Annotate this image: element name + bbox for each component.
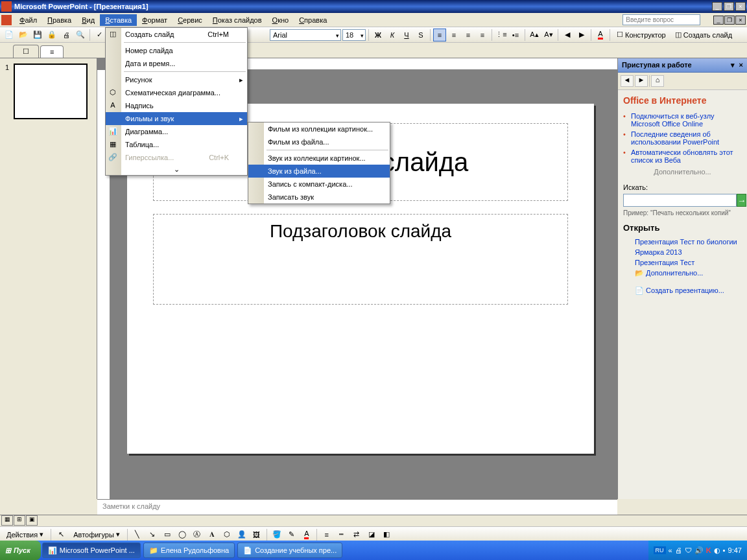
menu-файл[interactable]: Файл bbox=[14, 14, 42, 26]
submenu-item[interactable]: Фильм из коллекции картинок... bbox=[248, 122, 390, 135]
italic-button[interactable]: К bbox=[386, 29, 399, 41]
restore-button[interactable]: ❐ bbox=[724, 2, 734, 11]
save-button[interactable]: 💾 bbox=[31, 29, 44, 41]
menu-сервис[interactable]: Сервис bbox=[172, 14, 208, 26]
font-combo[interactable]: Arial bbox=[270, 29, 341, 41]
font-color-button[interactable]: A bbox=[594, 29, 607, 41]
menu-item[interactable]: Номер слайда bbox=[106, 44, 247, 57]
recent-file-2[interactable]: Ярмарка 2013 bbox=[623, 247, 742, 257]
search-input[interactable] bbox=[623, 194, 737, 207]
rectangle-button[interactable]: ▭ bbox=[161, 528, 174, 541]
menu-expand-icon[interactable]: ⌄ bbox=[106, 164, 247, 175]
doc-close-button[interactable]: × bbox=[735, 16, 746, 25]
submenu-item[interactable]: Записать звук bbox=[248, 191, 390, 204]
submenu-item[interactable]: Звук из файла... bbox=[248, 165, 390, 178]
create-presentation[interactable]: 📄 Создать презентацию... bbox=[623, 285, 742, 296]
shadow-button[interactable]: S bbox=[414, 29, 427, 41]
notes-pane[interactable]: Заметки к слайду bbox=[97, 499, 617, 515]
question-input[interactable]: Введите вопрос bbox=[622, 14, 700, 25]
app-icon[interactable] bbox=[1, 15, 12, 25]
font-size-combo[interactable]: 18 bbox=[342, 29, 366, 41]
recent-file-1[interactable]: Презентация Тест по биологии bbox=[623, 237, 742, 247]
oval-button[interactable]: ◯ bbox=[176, 528, 189, 541]
tab-slides[interactable]: ☐ bbox=[13, 45, 39, 58]
task-pane-close-icon[interactable]: ▾ × bbox=[731, 61, 743, 69]
submenu-item[interactable]: Звук из коллекции картинок... bbox=[248, 152, 390, 165]
bullets-button[interactable]: •≡ bbox=[509, 29, 522, 41]
nav-forward-button[interactable]: ► bbox=[635, 75, 648, 87]
increase-font-button[interactable]: A▴ bbox=[528, 29, 541, 41]
fill-color-button[interactable]: 🪣 bbox=[270, 528, 283, 541]
start-button[interactable]: ⊞ Пуск bbox=[0, 541, 41, 560]
tray-clock[interactable]: 9:47 bbox=[728, 546, 742, 554]
link-auto-update[interactable]: Автоматически обновлять этот список из В… bbox=[623, 147, 742, 165]
minimize-button[interactable]: _ bbox=[712, 2, 722, 11]
3d-style-button[interactable]: ◧ bbox=[380, 528, 393, 541]
shadow-style-button[interactable]: ◪ bbox=[365, 528, 378, 541]
tray-kaspersky-icon[interactable]: K bbox=[706, 546, 711, 554]
new-button[interactable]: 📄 bbox=[3, 29, 16, 41]
arrow-button[interactable]: ↘ bbox=[146, 528, 159, 541]
menu-вставка[interactable]: Вставка bbox=[100, 14, 137, 26]
tray-icon-1[interactable]: 🖨 bbox=[675, 546, 682, 554]
submenu-item[interactable]: Запись с компакт-диска... bbox=[248, 178, 390, 191]
bold-button[interactable]: Ж bbox=[372, 29, 385, 41]
menu-формат[interactable]: Формат bbox=[137, 14, 172, 26]
link-connect-online[interactable]: Подключиться к веб-узлу Microsoft Office… bbox=[623, 111, 742, 129]
underline-button[interactable]: Ч bbox=[400, 29, 413, 41]
tray-icon-5[interactable]: ▪ bbox=[723, 546, 726, 554]
slideshow-view-button[interactable]: ▣ bbox=[26, 515, 38, 526]
taskbar-folder[interactable]: 📁 Елена Рудольфовна bbox=[143, 542, 235, 558]
subtitle-placeholder[interactable]: Подзаголовок слайда bbox=[153, 214, 568, 305]
menu-справка[interactable]: Справка bbox=[294, 14, 332, 26]
sorter-view-button[interactable]: ⊞ bbox=[14, 515, 25, 526]
submenu-item[interactable]: Фильм из файла... bbox=[248, 135, 390, 148]
preview-button[interactable]: 🔍 bbox=[74, 29, 87, 41]
arrow-style-button[interactable]: ⇄ bbox=[350, 528, 363, 541]
menu-item[interactable]: ◫Создать слайдCtrl+M bbox=[106, 28, 247, 41]
numbering-button[interactable]: ⋮≡ bbox=[495, 29, 508, 41]
picture-button[interactable]: 🖼 bbox=[250, 528, 263, 541]
textbox-button[interactable]: Ⓐ bbox=[191, 528, 204, 541]
line-color-button[interactable]: ✎ bbox=[285, 528, 298, 541]
normal-view-button[interactable]: ▦ bbox=[1, 515, 13, 526]
menu-item[interactable]: ⬡Схематическая диаграмма... bbox=[106, 86, 247, 99]
menu-item[interactable]: AНадпись bbox=[106, 99, 247, 112]
tray-icon-3[interactable]: 🔊 bbox=[694, 546, 704, 555]
tab-outline[interactable]: ≡ bbox=[40, 45, 64, 58]
align-left-button[interactable]: ≡ bbox=[433, 29, 446, 41]
menu-item[interactable]: ▦Таблица... bbox=[106, 138, 247, 151]
menu-правка[interactable]: Правка bbox=[42, 14, 77, 26]
decrease-font-button[interactable]: A▾ bbox=[542, 29, 555, 41]
menu-item[interactable]: Дата и время... bbox=[106, 57, 247, 70]
taskbar-word[interactable]: 📄 Создание учебных пре... bbox=[237, 542, 342, 558]
clipart-button[interactable]: 👤 bbox=[235, 528, 248, 541]
increase-indent-button[interactable]: ▶ bbox=[575, 29, 588, 41]
recent-more[interactable]: 📂 Дополнительно... bbox=[623, 268, 742, 279]
taskbar-powerpoint[interactable]: 📊 Microsoft PowerPoint ... bbox=[42, 542, 141, 558]
decrease-indent-button[interactable]: ◀ bbox=[561, 29, 574, 41]
print-button[interactable]: 🖨 bbox=[60, 29, 73, 41]
menu-item[interactable]: Фильмы и звук▸ bbox=[106, 112, 247, 125]
menu-окно[interactable]: Окно bbox=[267, 14, 294, 26]
new-slide-button[interactable]: ◫ Создать слайд bbox=[671, 29, 736, 40]
menu-вид[interactable]: Вид bbox=[77, 14, 100, 26]
tray-icon-4[interactable]: ◐ bbox=[714, 546, 720, 555]
align-center-button[interactable]: ≡ bbox=[447, 29, 460, 41]
nav-home-button[interactable]: ⌂ bbox=[651, 75, 664, 87]
design-button[interactable]: ☐ Конструктор bbox=[613, 29, 670, 40]
dash-style-button[interactable]: ┅ bbox=[335, 528, 348, 541]
menu-показ слайдов[interactable]: Показ слайдов bbox=[208, 14, 267, 26]
align-right-button[interactable]: ≡ bbox=[462, 29, 475, 41]
doc-restore-button[interactable]: ❐ bbox=[724, 16, 735, 25]
font-color-draw-button[interactable]: A bbox=[300, 528, 313, 541]
autoshapes-dropdown[interactable]: Автофигуры ▾ bbox=[69, 529, 124, 540]
search-go-button[interactable]: → bbox=[737, 194, 746, 207]
tray-icon-2[interactable]: 🛡 bbox=[685, 546, 692, 554]
diagram-button[interactable]: ⬡ bbox=[220, 528, 233, 541]
menu-item[interactable]: 📊Диаграмма... bbox=[106, 125, 247, 138]
permission-button[interactable]: 🔒 bbox=[45, 29, 58, 41]
nav-back-button[interactable]: ◄ bbox=[621, 75, 634, 87]
tray-chevron-icon[interactable]: « bbox=[669, 546, 672, 554]
actions-dropdown[interactable]: Действия ▾ bbox=[3, 529, 47, 540]
